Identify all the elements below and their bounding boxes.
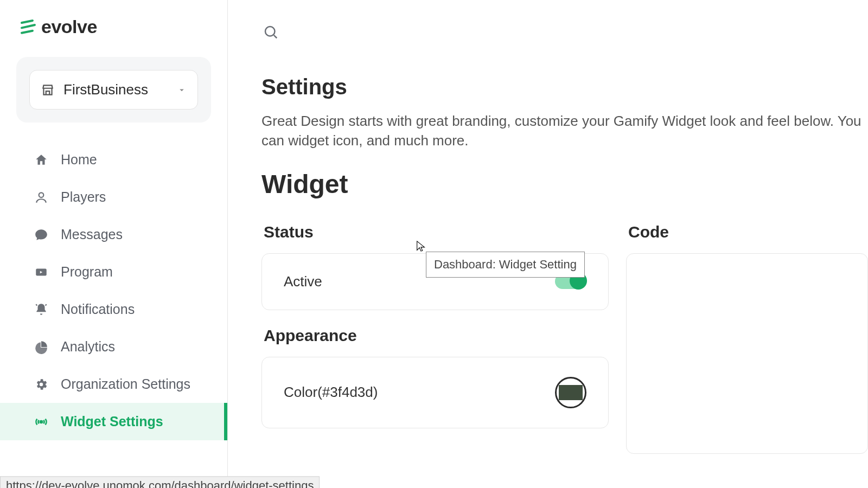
main: Settings Great Design starts with great … xyxy=(228,0,868,488)
sidebar-item-label: Home xyxy=(61,152,97,168)
brand-logo[interactable]: evolve xyxy=(0,0,227,47)
pie-chart-icon xyxy=(34,339,49,355)
sidebar-item-label: Widget Settings xyxy=(61,414,163,429)
sidebar-nav: Home Players Messages Program Notificati… xyxy=(0,141,227,440)
sidebar-item-label: Program xyxy=(61,264,113,280)
active-label: Active xyxy=(284,273,322,290)
svg-line-5 xyxy=(274,35,277,38)
bell-icon xyxy=(34,302,49,317)
svg-point-0 xyxy=(39,192,44,197)
home-icon xyxy=(34,152,49,168)
widget-heading: Widget xyxy=(261,169,868,199)
business-name: FirstBusiness xyxy=(63,81,168,98)
appearance-section-label: Appearance xyxy=(261,326,609,345)
sidebar-item-analytics[interactable]: Analytics xyxy=(0,328,227,365)
tooltip: Dashboard: Widget Setting xyxy=(426,252,585,278)
user-icon xyxy=(34,190,49,205)
sidebar-item-label: Notifications xyxy=(61,301,135,317)
sidebar-item-label: Messages xyxy=(61,227,123,242)
search-icon[interactable] xyxy=(263,33,279,42)
code-panel[interactable] xyxy=(626,253,868,454)
broadcast-icon xyxy=(34,414,49,429)
chevron-down-icon xyxy=(177,85,187,95)
code-section-label: Code xyxy=(626,223,868,241)
chat-icon xyxy=(34,227,49,242)
sidebar-item-program[interactable]: Program xyxy=(0,253,227,291)
svg-point-4 xyxy=(265,27,275,36)
topbar xyxy=(228,0,868,53)
sidebar-item-notifications[interactable]: Notifications xyxy=(0,291,227,328)
appearance-color-card: Color(#3f4d3d) xyxy=(261,357,609,428)
business-selector-card: FirstBusiness xyxy=(16,57,211,123)
sidebar-item-players[interactable]: Players xyxy=(0,178,227,216)
sidebar-item-widget-settings[interactable]: Widget Settings xyxy=(0,403,227,440)
color-label: Color(#3f4d3d) xyxy=(284,384,378,401)
brand-name: evolve xyxy=(41,16,97,37)
sidebar-item-organization-settings[interactable]: Organization Settings xyxy=(0,365,227,403)
sidebar-item-label: Organization Settings xyxy=(61,376,190,392)
status-section-label: Status xyxy=(261,223,609,241)
page-title: Settings xyxy=(261,75,868,99)
color-picker[interactable] xyxy=(555,377,586,408)
storefront-icon xyxy=(41,83,55,97)
color-swatch-icon xyxy=(559,385,583,400)
sidebar-item-home[interactable]: Home xyxy=(0,141,227,178)
business-selector[interactable]: FirstBusiness xyxy=(29,70,198,110)
evolve-logo-icon xyxy=(20,18,37,36)
gear-icon xyxy=(34,377,49,392)
statusbar-url: https://dev-evolve.unomok.com/dashboard/… xyxy=(0,476,320,488)
page-description: Great Design starts with great branding,… xyxy=(261,111,868,151)
sidebar-item-label: Analytics xyxy=(61,339,115,355)
sidebar: evolve FirstBusiness Home Playe xyxy=(0,0,228,488)
svg-point-3 xyxy=(40,421,42,423)
sidebar-item-label: Players xyxy=(61,189,106,205)
sidebar-item-messages[interactable]: Messages xyxy=(0,216,227,253)
ticket-icon xyxy=(34,265,49,280)
